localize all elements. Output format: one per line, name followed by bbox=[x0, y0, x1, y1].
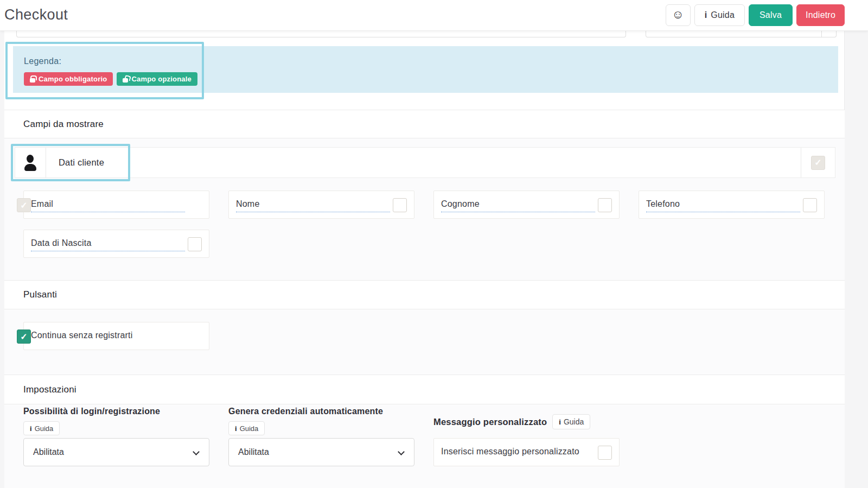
section-header-impostazioni: Impostazioni bbox=[4, 375, 845, 404]
page-body: Legenda: Campo obbligatorio Campo opzion… bbox=[0, 31, 868, 488]
guida-label: Guida bbox=[35, 424, 54, 433]
section-header-pulsanti: Pulsanti bbox=[4, 280, 845, 309]
select-value: Abilitata bbox=[238, 447, 269, 457]
dati-cliente-checkbox-cell bbox=[801, 148, 835, 178]
field-card-nome: Nome bbox=[228, 191, 414, 219]
genera-credenziali-select[interactable]: Abilitata bbox=[228, 438, 414, 466]
telefono-checkbox[interactable] bbox=[803, 198, 817, 212]
info-icon: i bbox=[705, 10, 707, 20]
guida-credenziali-button[interactable]: iGuida bbox=[228, 421, 265, 435]
tutorial-highlight-ring bbox=[11, 144, 130, 181]
section-title: Campi da mostrare bbox=[23, 119, 104, 130]
field-card-telefono: Telefono bbox=[639, 191, 825, 219]
field-card-messaggio-personalizzato: Inserisci messaggio personalizzato bbox=[433, 438, 620, 466]
data-di-nascita-checkbox[interactable] bbox=[188, 237, 202, 251]
main-container: Legenda: Campo obbligatorio Campo opzion… bbox=[4, 31, 845, 488]
field-card-data-di-nascita: Data di Nascita bbox=[23, 230, 209, 258]
guida-label: Guida bbox=[240, 424, 259, 433]
lock-icon bbox=[30, 78, 35, 83]
required-badge-label: Campo obbligatorio bbox=[39, 75, 107, 83]
optional-badge-label: Campo opzionale bbox=[131, 75, 192, 83]
field-card-email: Email bbox=[23, 191, 209, 219]
field-card-continua-senza-registrarti: Continua senza registrarti bbox=[23, 322, 209, 350]
field-label: Telefono bbox=[646, 196, 800, 212]
header-actions: ☺ iGuida Salva Indietro bbox=[666, 4, 845, 26]
field-label: Cognome bbox=[441, 196, 595, 212]
dati-cliente-bar: Dati cliente bbox=[15, 147, 835, 178]
continua-senza-registrarti-checkbox[interactable] bbox=[17, 329, 31, 344]
login-registrazione-select[interactable]: Abilitata bbox=[23, 438, 209, 466]
feedback-button[interactable]: ☺ bbox=[666, 4, 691, 26]
field-card-cognome: Cognome bbox=[433, 191, 620, 219]
tutorial-highlight-ring bbox=[5, 42, 204, 99]
nome-checkbox[interactable] bbox=[393, 198, 407, 212]
info-icon: i bbox=[30, 424, 32, 433]
info-icon: i bbox=[235, 424, 237, 433]
info-icon: i bbox=[559, 418, 561, 426]
guida-messaggio-button[interactable]: iGuida bbox=[552, 414, 590, 429]
field-label: Email bbox=[31, 196, 185, 212]
select-value: Abilitata bbox=[33, 447, 64, 457]
field-label: Nome bbox=[236, 196, 390, 212]
guida-button[interactable]: iGuida bbox=[694, 4, 745, 26]
smiley-icon: ☺ bbox=[672, 8, 684, 22]
legend-title: Legenda: bbox=[24, 56, 61, 66]
page-header: Checkout ☺ iGuida Salva Indietro bbox=[0, 0, 868, 31]
setting-label-credenziali: Genera credenziali automaticamente bbox=[228, 407, 383, 416]
chevron-down-icon bbox=[398, 448, 405, 455]
page-title: Checkout bbox=[4, 7, 68, 23]
truncated-panel bbox=[646, 31, 837, 37]
required-field-badge: Campo obbligatorio bbox=[24, 72, 113, 86]
unlock-icon bbox=[123, 78, 128, 83]
setting-label-login: Possibilità di login/registrazione bbox=[23, 407, 160, 416]
guida-login-button[interactable]: iGuida bbox=[23, 421, 60, 435]
optional-field-badge: Campo opzionale bbox=[117, 72, 197, 86]
email-checkbox[interactable] bbox=[17, 198, 31, 212]
guida-label: Guida bbox=[564, 417, 584, 426]
truncated-panel bbox=[16, 31, 626, 37]
dati-cliente-checkbox[interactable] bbox=[811, 156, 825, 170]
guida-button-label: Guida bbox=[711, 10, 735, 20]
chevron-down-icon bbox=[193, 448, 200, 455]
section-title: Impostazioni bbox=[23, 384, 76, 395]
salva-button[interactable]: Salva bbox=[749, 4, 793, 26]
setting-row-messaggio: Messaggio personalizzato iGuida bbox=[433, 414, 590, 429]
messaggio-personalizzato-checkbox[interactable] bbox=[598, 446, 612, 460]
field-label: Inserisci messaggio personalizzato bbox=[441, 445, 589, 459]
legend-badges: Campo obbligatorio Campo opzionale bbox=[24, 72, 197, 86]
setting-label-messaggio: Messaggio personalizzato bbox=[433, 417, 547, 427]
field-label: Data di Nascita bbox=[31, 235, 185, 251]
cognome-checkbox[interactable] bbox=[598, 198, 612, 212]
section-header-campi-da-mostrare: Campi da mostrare bbox=[4, 110, 845, 138]
indietro-button[interactable]: Indietro bbox=[796, 4, 845, 26]
field-label: Continua senza registrarti bbox=[31, 327, 185, 344]
section-title: Pulsanti bbox=[23, 289, 57, 300]
